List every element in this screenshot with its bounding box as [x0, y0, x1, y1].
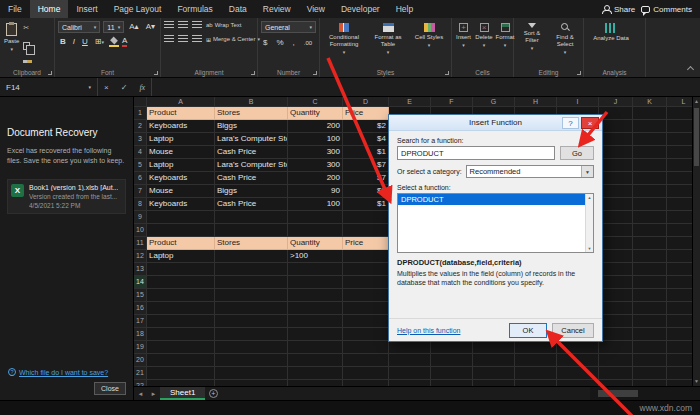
cell-D19[interactable] — [343, 341, 389, 354]
cell-D18[interactable] — [343, 328, 389, 341]
cell-B21[interactable] — [215, 367, 288, 380]
confirm-entry-icon[interactable]: ✓ — [115, 83, 134, 92]
cell-D9[interactable] — [343, 211, 389, 224]
collapse-ribbon-chevron[interactable] — [687, 66, 694, 73]
cell-J11[interactable] — [599, 237, 633, 250]
editing-dialog-launcher[interactable] — [577, 71, 581, 75]
cell-G21[interactable] — [473, 367, 515, 380]
bold-button[interactable]: B — [58, 37, 68, 47]
sheet-tab-sheet1[interactable]: Sheet1 — [160, 387, 205, 400]
cell-J15[interactable] — [599, 289, 633, 302]
row-header-18[interactable]: 18 — [134, 328, 147, 341]
cell-I19[interactable] — [557, 341, 599, 354]
paste-button[interactable]: Paste ▾ — [3, 21, 20, 66]
cell-J21[interactable] — [599, 367, 633, 380]
cell-C9[interactable] — [288, 211, 343, 224]
cell-E21[interactable] — [389, 367, 431, 380]
cell-B10[interactable] — [215, 224, 288, 237]
conditional-formatting-button[interactable]: Conditional Formatting▾ — [323, 21, 365, 66]
percent-style-icon[interactable]: % — [274, 38, 285, 48]
row-header-4[interactable]: 4 — [134, 146, 147, 159]
cell-J14[interactable] — [599, 276, 633, 289]
column-header-G[interactable]: G — [473, 97, 515, 107]
column-header-B[interactable]: B — [215, 97, 288, 107]
cell-C16[interactable] — [288, 302, 343, 315]
column-header-H[interactable]: H — [515, 97, 557, 107]
cell-K21[interactable] — [633, 367, 667, 380]
cell-I21[interactable] — [557, 367, 599, 380]
cell-J7[interactable] — [599, 185, 633, 198]
cell-D11[interactable]: Price — [343, 237, 389, 250]
cell-B6[interactable]: Cash Price — [215, 172, 288, 185]
cell-A1[interactable]: Product — [147, 107, 215, 120]
cell-K6[interactable] — [633, 172, 667, 185]
cell-C14[interactable] — [288, 276, 343, 289]
cell-A11[interactable]: Product — [147, 237, 215, 250]
cell-K3[interactable] — [633, 133, 667, 146]
cell-D15[interactable] — [343, 289, 389, 302]
select-all-corner[interactable] — [134, 97, 147, 107]
cell-C21[interactable] — [288, 367, 343, 380]
number-dialog-launcher[interactable] — [313, 71, 317, 75]
cell-D4[interactable]: $1 — [343, 146, 389, 159]
insert-cells-button[interactable]: + Insert▾ — [455, 21, 472, 66]
tab-page-layout[interactable]: Page Layout — [106, 0, 170, 18]
row-header-5[interactable]: 5 — [134, 159, 147, 172]
go-button[interactable]: Go — [560, 146, 594, 160]
cell-B15[interactable] — [215, 289, 288, 302]
row-header-6[interactable]: 6 — [134, 172, 147, 185]
row-header-2[interactable]: 2 — [134, 120, 147, 133]
cell-C20[interactable] — [288, 354, 343, 367]
recovered-file-item[interactable]: X Book1 (version 1).xlsb [Aut... Version… — [7, 179, 126, 214]
cell-B7[interactable]: Biggs — [215, 185, 288, 198]
function-list-item-dproduct[interactable]: DPRODUCT — [398, 194, 585, 205]
cell-K18[interactable] — [633, 328, 667, 341]
which-file-link[interactable]: ? Which file do I want to save? — [8, 368, 129, 376]
row-header-7[interactable]: 7 — [134, 185, 147, 198]
delete-cells-button[interactable]: × Delete▾ — [475, 21, 493, 66]
insert-function-icon[interactable]: fx — [133, 83, 151, 92]
dialog-title-bar[interactable]: Insert Function ? × — [389, 115, 602, 131]
cell-J8[interactable] — [599, 198, 633, 211]
cell-K15[interactable] — [633, 289, 667, 302]
fill-color-icon[interactable] — [109, 38, 119, 47]
help-on-function-link[interactable]: Help on this function — [397, 327, 460, 334]
cell-J22[interactable] — [599, 380, 633, 386]
cell-A22[interactable] — [147, 380, 215, 386]
format-painter-icon[interactable] — [23, 60, 32, 63]
cell-J10[interactable] — [599, 224, 633, 237]
align-left-icon[interactable] — [164, 35, 174, 43]
cell-G19[interactable] — [473, 341, 515, 354]
tab-insert[interactable]: Insert — [68, 0, 105, 18]
row-header-19[interactable]: 19 — [134, 341, 147, 354]
column-header-D[interactable]: D — [343, 97, 389, 107]
formula-input[interactable] — [152, 78, 700, 96]
cell-B18[interactable] — [215, 328, 288, 341]
cell-C7[interactable]: 90 — [288, 185, 343, 198]
font-dialog-launcher[interactable] — [154, 71, 158, 75]
merge-center-button[interactable]: ⊞Merge & Center▾ — [206, 36, 260, 43]
tab-file[interactable]: File — [0, 0, 30, 18]
comma-style-icon[interactable]: , — [291, 38, 297, 48]
cell-C10[interactable] — [288, 224, 343, 237]
cell-G20[interactable] — [473, 354, 515, 367]
cell-C6[interactable]: 200 — [288, 172, 343, 185]
scroll-down-icon[interactable]: ▼ — [693, 377, 700, 386]
cell-J4[interactable] — [599, 146, 633, 159]
cell-J20[interactable] — [599, 354, 633, 367]
accounting-format-icon[interactable]: $ — [261, 38, 269, 48]
align-center-icon[interactable] — [178, 35, 188, 43]
function-list-scrollbar[interactable]: ▲▼ — [585, 194, 593, 252]
cell-D12[interactable] — [343, 250, 389, 263]
category-select[interactable]: Recommended ▼ — [466, 165, 594, 178]
cell-B20[interactable] — [215, 354, 288, 367]
search-function-input[interactable]: DPRODUCT — [397, 146, 555, 160]
tab-help[interactable]: Help — [388, 0, 421, 18]
cell-C19[interactable] — [288, 341, 343, 354]
cell-A20[interactable] — [147, 354, 215, 367]
cell-C12[interactable]: >100 — [288, 250, 343, 263]
cell-A8[interactable]: Keyboards — [147, 198, 215, 211]
find-select-button[interactable]: Find & Select▾ — [550, 21, 580, 66]
cell-C5[interactable]: 300 — [288, 159, 343, 172]
row-header-16[interactable]: 16 — [134, 302, 147, 315]
